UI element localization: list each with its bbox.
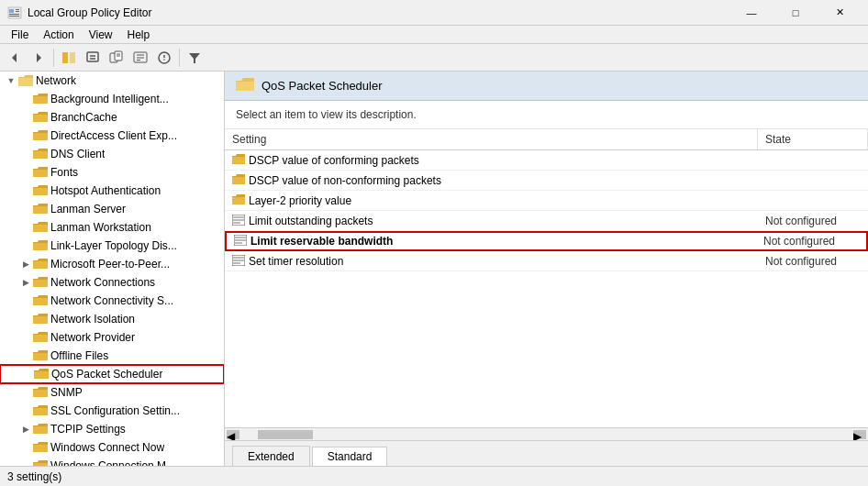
h-scrollbar[interactable]: ◀ ▶: [225, 427, 868, 440]
tree-pane[interactable]: ▼ Network Background Intelligent...: [0, 72, 225, 466]
tree-item-directaccess[interactable]: DirectAccess Client Exp...: [0, 127, 224, 145]
description-text: Select an item to view its description.: [236, 108, 417, 121]
forward-button[interactable]: [28, 47, 50, 69]
folder-row-icon-0: [232, 154, 245, 167]
minimize-button[interactable]: —: [730, 4, 773, 22]
row-4-state: Not configured: [756, 233, 866, 249]
qos-header: QoS Packet Scheduler: [225, 72, 868, 101]
expander-microsoft-peer[interactable]: ▶: [18, 257, 33, 271]
tree-item-11-label: Network Connectivity S...: [50, 294, 173, 307]
tab-extended[interactable]: Extended: [232, 446, 310, 466]
tree-item-background[interactable]: Background Intelligent...: [0, 90, 224, 108]
row-2-setting: Layer-2 priority value: [225, 193, 758, 209]
table-row-4[interactable]: Limit reservable bandwidth Not configure…: [225, 231, 868, 251]
tree-item-6-label: Lanman Server: [50, 203, 126, 215]
toolbar-btn4[interactable]: [153, 47, 175, 69]
svg-marker-7: [37, 53, 41, 62]
tree-item-network-provider[interactable]: Network Provider: [0, 328, 224, 347]
toolbar-separator-2: [179, 49, 180, 67]
folder-row-icon-2: [232, 194, 245, 207]
expander-net-conn[interactable]: ▶: [18, 275, 33, 290]
setting-row-icon-3: [232, 215, 245, 227]
tree-item-network-connectivity[interactable]: Network Connectivity S...: [0, 292, 224, 310]
menu-action[interactable]: Action: [36, 27, 81, 43]
tree-item-windows-connection[interactable]: Windows Connection M...: [0, 457, 224, 466]
window-title: Local Group Policy Editor: [28, 6, 151, 19]
tree-item-13-label: Network Provider: [50, 331, 135, 344]
svg-rect-1: [9, 9, 14, 13]
tree-item-windows-connect[interactable]: Windows Connect Now: [0, 438, 224, 457]
tree-item-fonts[interactable]: Fonts: [0, 163, 224, 182]
tree-item-8-label: Link-Layer Topology Dis...: [50, 239, 177, 252]
header-setting: Setting: [225, 129, 758, 149]
maximize-button[interactable]: □: [774, 4, 817, 22]
right-pane: QoS Packet Scheduler Select an item to v…: [225, 72, 868, 466]
folder-icon-13: [33, 331, 48, 344]
tree-item-lanman-workstation[interactable]: Lanman Workstation: [0, 218, 224, 237]
svg-marker-24: [189, 53, 200, 63]
tree-item-hotspot[interactable]: Hotspot Authentication: [0, 182, 224, 200]
tree-network-node[interactable]: ▼ Network: [0, 72, 224, 90]
tree-item-tcpip[interactable]: ▶ TCPIP Settings: [0, 420, 224, 438]
settings-table[interactable]: Setting State DSCP value of conforming p…: [225, 129, 868, 427]
toolbar-show-hide-button[interactable]: [58, 47, 80, 69]
row-5-state: Not configured: [758, 253, 868, 270]
folder-row-icon-1: [232, 174, 245, 187]
row-0-setting: DSCP value of conforming packets: [225, 152, 758, 169]
svg-rect-5: [9, 16, 19, 17]
row-1-label: DSCP value of non-conforming packets: [249, 174, 441, 187]
svg-rect-10: [87, 52, 98, 61]
menu-file[interactable]: File: [4, 27, 36, 43]
toolbar-up-button[interactable]: [82, 47, 104, 69]
folder-icon-11: [33, 294, 48, 307]
scroll-left-btn[interactable]: ◀: [227, 430, 239, 439]
expander-network[interactable]: ▼: [4, 73, 18, 88]
menu-help[interactable]: Help: [120, 27, 158, 43]
folder-icon-qos: [34, 368, 49, 381]
tree-item-snmp[interactable]: SNMP: [0, 383, 224, 402]
table-row-1[interactable]: DSCP value of non-conforming packets: [225, 171, 868, 191]
expander-tcpip[interactable]: ▶: [18, 422, 33, 436]
tree-item-qos[interactable]: QoS Packet Scheduler: [0, 365, 224, 383]
scroll-right-btn[interactable]: ▶: [853, 430, 866, 439]
tree-item-9-label: Microsoft Peer-to-Peer...: [50, 258, 170, 271]
tree-item-branchcache[interactable]: BranchCache: [0, 108, 224, 127]
tab-extended-label: Extended: [248, 450, 295, 463]
svg-rect-2: [16, 9, 19, 10]
folder-icon-16: [33, 404, 48, 417]
folder-icon-14: [33, 349, 48, 362]
tree-item-lanman-server[interactable]: Lanman Server: [0, 200, 224, 218]
tree-item-12-label: Network Isolation: [50, 313, 135, 326]
tree-item-16-label: SSL Configuration Settin...: [50, 404, 180, 417]
toolbar-btn3[interactable]: [129, 47, 151, 69]
menu-view[interactable]: View: [82, 27, 120, 43]
tree-item-4-label: Fonts: [50, 166, 78, 179]
folder-icon-7: [33, 221, 48, 234]
tree-item-network-connections[interactable]: ▶ Network Connections: [0, 273, 224, 292]
tree-item-offline-files[interactable]: Offline Files: [0, 347, 224, 365]
menu-bar: File Action View Help: [0, 26, 868, 44]
scroll-thumb[interactable]: [258, 430, 313, 439]
tree-item-microsoft-peer[interactable]: ▶ Microsoft Peer-to-Peer...: [0, 255, 224, 273]
window-controls[interactable]: — □ ✕: [730, 4, 861, 22]
table-row-5[interactable]: Set timer resolution Not configured: [225, 251, 868, 271]
folder-icon-4: [33, 166, 48, 179]
back-button[interactable]: [4, 47, 26, 69]
folder-icon-2: [33, 129, 48, 142]
tree-item-linklayer[interactable]: Link-Layer Topology Dis...: [0, 237, 224, 255]
row-5-label: Set timer resolution: [249, 255, 343, 268]
tree-item-dns[interactable]: DNS Client: [0, 145, 224, 163]
tab-standard[interactable]: Standard: [312, 447, 388, 466]
table-row-3[interactable]: Limit outstanding packets Not configured: [225, 211, 868, 231]
tree-item-ssl[interactable]: SSL Configuration Settin...: [0, 402, 224, 420]
table-row-2[interactable]: Layer-2 priority value: [225, 191, 868, 211]
toolbar-btn2[interactable]: [106, 47, 128, 69]
tree-item-network-isolation[interactable]: Network Isolation: [0, 310, 224, 328]
qos-header-title: QoS Packet Scheduler: [262, 79, 383, 93]
filter-button[interactable]: [184, 47, 206, 69]
table-row-0[interactable]: DSCP value of conforming packets: [225, 150, 868, 171]
folder-icon-15: [33, 386, 48, 399]
close-button[interactable]: ✕: [818, 4, 861, 22]
table-header: Setting State: [225, 129, 868, 150]
row-3-state: Not configured: [758, 213, 868, 229]
